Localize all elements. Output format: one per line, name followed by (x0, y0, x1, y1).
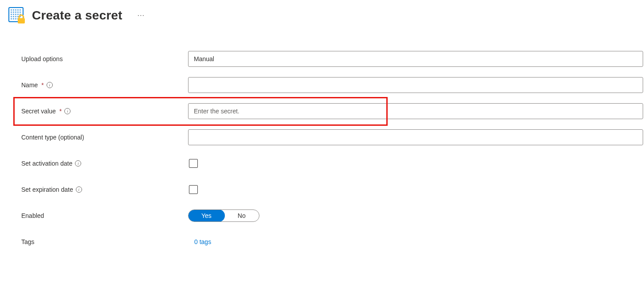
svg-rect-16 (11, 16, 12, 17)
enabled-toggle: Yes No (188, 209, 259, 222)
info-icon[interactable]: i (47, 82, 53, 88)
svg-rect-5 (20, 9, 21, 11)
label-text: Name (21, 81, 38, 89)
label-text: Secret value (21, 108, 56, 115)
svg-rect-17 (13, 16, 14, 17)
enabled-control: Yes No (188, 209, 644, 222)
svg-rect-14 (17, 14, 19, 15)
name-control (188, 77, 644, 93)
key-vault-secret-icon (8, 7, 26, 24)
activation-date-control (188, 159, 644, 168)
svg-rect-3 (15, 9, 16, 11)
content-type-control (188, 129, 644, 145)
secret-value-control (188, 103, 644, 119)
svg-rect-12 (13, 14, 14, 15)
page-title: Create a secret (32, 8, 122, 23)
required-asterisk: * (41, 81, 43, 89)
page-header: Create a secret ··· (8, 7, 644, 24)
svg-rect-22 (13, 18, 14, 19)
upload-options-row: Upload options (21, 51, 644, 67)
tags-label: Tags (21, 238, 188, 245)
expiration-date-checkbox[interactable] (189, 185, 198, 194)
svg-rect-18 (15, 16, 16, 17)
svg-rect-21 (11, 18, 12, 19)
activation-date-row: Set activation date i (21, 155, 644, 171)
expiration-date-row: Set expiration date i (21, 182, 644, 198)
expiration-date-control (188, 185, 644, 194)
label-text: Enabled (21, 212, 44, 219)
required-asterisk: * (59, 108, 62, 115)
svg-rect-26 (18, 18, 25, 23)
create-secret-page: Create a secret ··· Upload options Name … (0, 0, 644, 250)
upload-options-control (188, 51, 644, 67)
name-row: Name * i (21, 77, 644, 93)
label-text: Set expiration date (21, 186, 73, 193)
svg-rect-2 (13, 9, 14, 11)
svg-rect-7 (13, 12, 14, 13)
expiration-date-label: Set expiration date i (21, 186, 188, 193)
svg-rect-4 (17, 9, 19, 11)
more-menu-button[interactable]: ··· (137, 12, 145, 19)
svg-rect-8 (15, 12, 16, 13)
svg-rect-10 (20, 12, 21, 13)
enabled-yes-button[interactable]: Yes (188, 209, 225, 222)
svg-rect-11 (11, 14, 12, 15)
secret-form: Upload options Name * i Secret value * i (8, 51, 644, 250)
label-text: Upload options (21, 55, 63, 62)
secret-value-row: Secret value * i (21, 103, 644, 119)
upload-options-select[interactable] (188, 51, 643, 67)
enabled-no-button[interactable]: No (224, 210, 259, 221)
label-text: Content type (optional) (21, 134, 84, 141)
label-text: Set activation date (21, 160, 72, 167)
tags-link[interactable]: 0 tags (194, 238, 211, 245)
content-type-input[interactable] (188, 129, 643, 145)
content-type-label: Content type (optional) (21, 134, 188, 141)
info-icon[interactable]: i (75, 160, 81, 167)
tags-control: 0 tags (188, 238, 644, 245)
enabled-row: Enabled Yes No (21, 208, 644, 224)
svg-rect-9 (17, 12, 19, 13)
info-icon[interactable]: i (64, 108, 71, 114)
name-input[interactable] (188, 77, 643, 93)
secret-value-label: Secret value * i (21, 108, 188, 115)
svg-rect-23 (15, 18, 16, 19)
activation-date-checkbox[interactable] (189, 159, 198, 168)
activation-date-label: Set activation date i (21, 160, 188, 167)
svg-rect-1 (11, 9, 12, 11)
upload-options-label: Upload options (21, 55, 188, 62)
tags-row: Tags 0 tags (21, 234, 644, 250)
label-text: Tags (21, 238, 35, 245)
info-icon[interactable]: i (76, 186, 82, 193)
svg-rect-6 (11, 12, 12, 13)
svg-rect-13 (15, 14, 16, 15)
secret-value-input[interactable] (188, 103, 643, 119)
content-type-row: Content type (optional) (21, 129, 644, 145)
enabled-label: Enabled (21, 212, 188, 219)
name-label: Name * i (21, 81, 188, 89)
